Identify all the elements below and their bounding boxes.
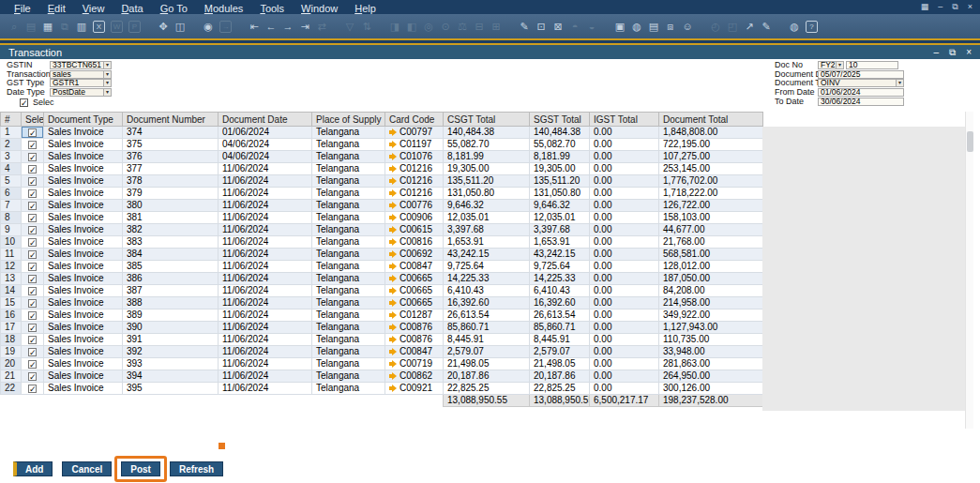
doc-no-input[interactable]: 10 bbox=[846, 61, 898, 69]
cell-csgt-total[interactable]: 20,187.86 bbox=[444, 370, 530, 383]
cell-select[interactable]: ✓ bbox=[22, 127, 44, 139]
link-arrow-icon[interactable] bbox=[389, 263, 397, 270]
journal-voucher-icon[interactable]: ⚖ bbox=[454, 19, 471, 34]
cell-row-number[interactable]: 2 bbox=[1, 139, 22, 151]
refresh-icon[interactable]: ⇄ bbox=[313, 19, 330, 34]
link-arrow-icon[interactable] bbox=[389, 189, 397, 197]
previous-record-icon[interactable]: ← bbox=[263, 19, 279, 34]
table-row[interactable]: 7✓Sales Invoice38011/06/2024TelanganaC00… bbox=[1, 200, 763, 212]
cell-row-number[interactable]: 15 bbox=[1, 297, 22, 309]
col-document-date[interactable]: Document Date bbox=[219, 113, 312, 127]
cell-document-type[interactable]: Sales Invoice bbox=[44, 212, 123, 224]
row-checkbox[interactable]: ✓ bbox=[28, 324, 37, 332]
calendar-icon[interactable]: ▦ bbox=[39, 19, 56, 34]
cell-place-of-supply[interactable]: Telangana bbox=[312, 236, 385, 249]
cell-sgst-total[interactable]: 2,579.07 bbox=[530, 346, 590, 358]
gross-profit-icon[interactable]: ▣ bbox=[611, 19, 628, 34]
cell-document-type[interactable]: Sales Invoice bbox=[44, 370, 123, 383]
cell-document-date[interactable]: 11/06/2024 bbox=[219, 285, 312, 297]
chevron-down-icon[interactable]: ▾ bbox=[836, 61, 844, 69]
table-row[interactable]: 18✓Sales Invoice39111/06/2024TelanganaC0… bbox=[1, 334, 763, 346]
last-record-icon[interactable]: ⇥ bbox=[296, 19, 313, 34]
target-document-icon[interactable]: ⊞ bbox=[488, 19, 505, 34]
row-checkbox[interactable]: ✓ bbox=[28, 263, 37, 271]
cell-document-date[interactable]: 11/06/2024 bbox=[219, 322, 312, 334]
cell-place-of-supply[interactable]: Telangana bbox=[312, 200, 385, 212]
cell-sgst-total[interactable]: 9,646.32 bbox=[530, 200, 590, 212]
menu-window[interactable]: Window bbox=[293, 2, 346, 15]
cell-card-code[interactable]: C00921 bbox=[385, 383, 444, 395]
row-checkbox[interactable]: ✓ bbox=[28, 385, 37, 393]
cell-document-type[interactable]: Sales Invoice bbox=[44, 151, 123, 163]
cell-csgt-total[interactable]: 140,484.38 bbox=[444, 127, 530, 139]
payment-means-icon[interactable]: ⊙ bbox=[437, 19, 454, 34]
cell-document-number[interactable]: 395 bbox=[123, 383, 219, 395]
cell-place-of-supply[interactable]: Telangana bbox=[312, 285, 385, 297]
menu-edit[interactable]: Edit bbox=[39, 2, 74, 15]
cell-document-date[interactable]: 11/06/2024 bbox=[219, 249, 312, 261]
cell-document-date[interactable]: 11/06/2024 bbox=[219, 358, 312, 370]
cell-place-of-supply[interactable]: Telangana bbox=[312, 139, 385, 151]
cell-csgt-total[interactable]: 85,860.71 bbox=[444, 322, 530, 334]
row-checkbox[interactable]: ✓ bbox=[28, 250, 37, 259]
next-record-icon[interactable]: → bbox=[279, 19, 296, 34]
link-arrow-icon[interactable] bbox=[389, 324, 397, 331]
cell-select[interactable]: ✓ bbox=[22, 370, 44, 383]
cell-document-number[interactable]: 389 bbox=[123, 309, 219, 322]
recurring-transactions-icon[interactable]: ◴ bbox=[707, 19, 724, 34]
link-arrow-icon[interactable] bbox=[389, 372, 397, 380]
table-row[interactable]: 13✓Sales Invoice38611/06/2024TelanganaC0… bbox=[1, 273, 763, 285]
cell-document-total[interactable]: 33,948.00 bbox=[659, 346, 763, 358]
close-icon[interactable]: × bbox=[968, 1, 972, 13]
journal-entry-icon[interactable]: ▤ bbox=[645, 19, 662, 34]
cell-row-number[interactable]: 1 bbox=[1, 127, 22, 139]
col-row-number[interactable]: # bbox=[1, 113, 22, 127]
scrollbar-thumb[interactable] bbox=[967, 131, 973, 152]
table-row[interactable]: 17✓Sales Invoice39011/06/2024TelanganaC0… bbox=[1, 322, 763, 334]
cell-igst-total[interactable]: 0.00 bbox=[590, 261, 659, 273]
cell-document-type[interactable]: Sales Invoice bbox=[44, 322, 123, 334]
cell-document-date[interactable]: 11/06/2024 bbox=[219, 261, 312, 273]
cell-sgst-total[interactable]: 20,187.86 bbox=[530, 370, 590, 383]
cell-document-total[interactable]: 253,145.00 bbox=[659, 163, 763, 175]
refresh-button[interactable]: Refresh bbox=[170, 461, 223, 476]
cell-igst-total[interactable]: 0.00 bbox=[590, 309, 659, 322]
cell-sgst-total[interactable]: 14,225.33 bbox=[530, 273, 590, 285]
cell-select[interactable]: ✓ bbox=[22, 261, 44, 273]
cell-row-number[interactable]: 18 bbox=[1, 334, 22, 346]
cell-document-total[interactable]: 1,776,702.00 bbox=[659, 175, 763, 188]
link-arrow-icon[interactable] bbox=[389, 360, 397, 368]
cell-document-type[interactable]: Sales Invoice bbox=[44, 358, 123, 370]
cell-select[interactable]: ✓ bbox=[22, 322, 44, 334]
cell-igst-total[interactable]: 0.00 bbox=[590, 297, 659, 309]
edit-icon[interactable]: ✎ bbox=[516, 19, 533, 34]
cell-document-number[interactable]: 385 bbox=[123, 261, 219, 273]
table-row[interactable]: 15✓Sales Invoice38811/06/2024TelanganaC0… bbox=[1, 297, 763, 309]
cell-igst-total[interactable]: 0.00 bbox=[590, 188, 659, 200]
cell-sgst-total[interactable]: 26,613.54 bbox=[530, 309, 590, 322]
cell-csgt-total[interactable]: 2,579.07 bbox=[444, 346, 530, 358]
cell-document-number[interactable]: 380 bbox=[123, 200, 219, 212]
chevron-down-icon[interactable]: ▾ bbox=[896, 79, 904, 87]
cell-sgst-total[interactable]: 16,392.60 bbox=[530, 297, 590, 309]
first-record-icon[interactable]: ⇤ bbox=[246, 19, 263, 34]
cell-document-total[interactable]: 264,950.00 bbox=[659, 370, 763, 383]
cell-row-number[interactable]: 16 bbox=[1, 309, 22, 322]
cell-igst-total[interactable]: 0.00 bbox=[590, 127, 659, 139]
cell-document-date[interactable]: 04/06/2024 bbox=[219, 139, 312, 151]
document-journal-icon[interactable]: ◧ bbox=[403, 19, 420, 34]
menu-file[interactable]: File bbox=[6, 2, 39, 15]
cell-document-type[interactable]: Sales Invoice bbox=[44, 139, 123, 151]
cell-place-of-supply[interactable]: Telangana bbox=[312, 346, 385, 358]
cell-row-number[interactable]: 22 bbox=[1, 383, 22, 395]
cell-igst-total[interactable]: 0.00 bbox=[590, 358, 659, 370]
cell-document-number[interactable]: 378 bbox=[123, 175, 219, 188]
cell-card-code[interactable]: C00776 bbox=[385, 200, 444, 212]
cell-row-number[interactable]: 11 bbox=[1, 249, 22, 261]
cell-card-code[interactable]: C01076 bbox=[385, 151, 444, 163]
cell-document-type[interactable]: Sales Invoice bbox=[44, 334, 123, 346]
cell-document-number[interactable]: 393 bbox=[123, 358, 219, 370]
col-select[interactable]: Select bbox=[22, 113, 44, 127]
cell-select[interactable]: ✓ bbox=[22, 188, 44, 200]
cell-document-type[interactable]: Sales Invoice bbox=[44, 224, 123, 236]
